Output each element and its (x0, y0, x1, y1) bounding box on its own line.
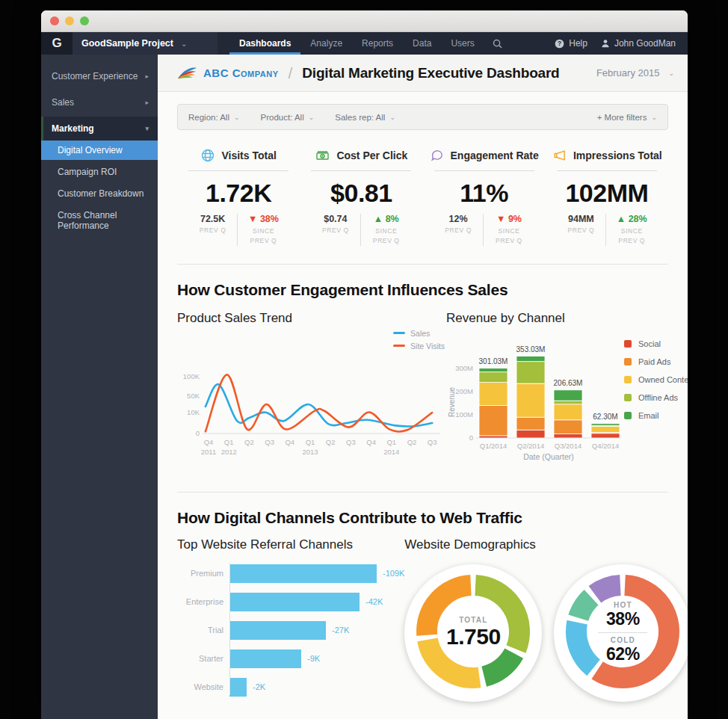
svg-text:0: 0 (469, 433, 473, 442)
referral-bar-row: Trial -27K (229, 621, 404, 640)
chart-title: Product Sales Trend (177, 311, 446, 326)
nav-data[interactable]: Data (403, 32, 441, 55)
kpi-value: 1.72K (206, 179, 271, 208)
svg-text:Q2: Q2 (326, 438, 336, 446)
kpi-delta: ▲ 8% (371, 214, 402, 224)
minimize-window-button[interactable] (65, 16, 74, 25)
svg-text:0: 0 (196, 429, 200, 437)
sidebar-item-customer-breakdown[interactable]: Customer Breakdown (41, 184, 158, 203)
referral-bar-row: Starter -9K (229, 649, 404, 668)
bar (229, 649, 301, 668)
legend-item: Owned Content (624, 375, 688, 384)
page-title: Digital Marketing Executive Dashboard (302, 65, 559, 81)
svg-text:Q1/2014: Q1/2014 (480, 442, 507, 450)
bar (229, 621, 326, 640)
nav-dashboards[interactable]: Dashboards (229, 32, 300, 55)
sales-rep-filter[interactable]: Sales rep: All⌄ (335, 113, 395, 122)
svg-text:Q2: Q2 (244, 438, 254, 446)
nav-reports[interactable]: Reports (352, 32, 403, 55)
bar-label: Enterprise (177, 597, 229, 606)
svg-text:206.63M: 206.63M (554, 378, 583, 386)
kpi-delta: ▼ 38% (247, 214, 279, 224)
sidebar-group-label: Marketing (52, 123, 94, 134)
chart-title: Top Website Referral Channels (177, 537, 404, 552)
app-logo-glyph: G (52, 36, 61, 51)
svg-text:2013: 2013 (302, 448, 318, 456)
bar-label: Premium (177, 569, 229, 578)
bar-value: -2K (253, 682, 265, 691)
svg-text:100K: 100K (183, 372, 200, 380)
period-selector[interactable]: February 2015 ⌄ (596, 67, 674, 78)
bar (229, 593, 360, 611)
help-button[interactable]: ? Help (555, 38, 587, 49)
filter-bar: Region: All⌄ Product: All⌄ Sales rep: Al… (177, 104, 668, 130)
revenue-by-channel-chart: Revenue by Channel 0100M200M300M301.03MQ… (446, 309, 688, 474)
search-icon[interactable] (484, 32, 510, 55)
user-icon (601, 39, 610, 48)
kpi-label: Impressions Total (573, 149, 662, 161)
sidebar-item-digital-overview[interactable]: Digital Overview (41, 141, 158, 160)
company-logo (177, 65, 197, 81)
sidebar-item-campaign-roi[interactable]: Campaign ROI (41, 162, 158, 182)
kpi-visits-total: Visits Total 1.72K 72.5KPREV Q ▼ 38%SINC… (177, 148, 300, 246)
chevron-right-icon: ▸ (145, 72, 149, 80)
svg-text:Q3/2014: Q3/2014 (555, 442, 582, 450)
sidebar-item-sales[interactable]: Sales ▸ (41, 90, 158, 114)
region-filter[interactable]: Region: All⌄ (188, 113, 240, 122)
sidebar-item-customer-experience[interactable]: Customer Experience ▸ (41, 64, 158, 88)
svg-text:Date (Quarter): Date (Quarter) (523, 452, 574, 461)
kpi-label: Cost Per Click (336, 149, 407, 161)
nav-analyze[interactable]: Analyze (300, 32, 352, 55)
megaphone-icon (552, 148, 567, 163)
referral-bar-row: Enterprise -42K (229, 593, 404, 611)
zoom-window-button[interactable] (80, 16, 89, 25)
svg-text:Q4: Q4 (204, 438, 214, 446)
horizontal-bar-chart: Premium -109K Enterprise -42K Trial -27K… (177, 564, 404, 697)
project-selector[interactable]: GoodSample Project ⌄ (73, 32, 218, 55)
svg-text:Revenue: Revenue (448, 386, 456, 416)
referral-bar-row: Website -2K (229, 678, 404, 697)
chevron-down-icon: ▾ (145, 125, 149, 132)
sidebar: Customer Experience ▸ Sales ▸ Marketing … (41, 55, 158, 719)
svg-text:Q1: Q1 (306, 438, 315, 446)
stacked-bar-chart: 0100M200M300M301.03MQ1/2014353.03MQ2/201… (446, 327, 624, 474)
main-panel: ABC Company / Digital Marketing Executiv… (158, 55, 688, 719)
kpi-delta: ▼ 9% (493, 214, 525, 224)
product-sales-trend-chart: Product Sales Trend SalesSite Visits 010… (177, 309, 446, 474)
website-demographics-chart: Website Demographics TOTAL 1.750 (404, 537, 688, 706)
app-window: G GoodSample Project ⌄ Dashboards Analyz… (41, 10, 688, 719)
bar-label: Website (177, 682, 229, 691)
bar-value: -27K (332, 626, 349, 635)
bar (229, 678, 247, 697)
app-logo[interactable]: G (41, 32, 73, 55)
line-chart-legend: SalesSite Visits (393, 329, 445, 351)
sidebar-group-label: Customer Experience (52, 71, 138, 81)
user-menu[interactable]: John GoodMan (601, 38, 676, 49)
bar-label: Starter (177, 654, 229, 663)
chevron-down-icon: ⌄ (234, 114, 240, 121)
nav-users[interactable]: Users (441, 32, 484, 55)
svg-text:50K: 50K (187, 392, 200, 400)
svg-text:300M: 300M (455, 364, 473, 372)
product-filter[interactable]: Product: All⌄ (261, 113, 315, 122)
chevron-down-icon: ⌄ (309, 114, 315, 121)
section-title-engagement: How Customer Engagement Influences Sales (177, 281, 668, 299)
more-filters-button[interactable]: + More filters⌄ (597, 113, 657, 122)
close-window-button[interactable] (50, 16, 59, 25)
help-label: Help (569, 38, 587, 49)
svg-text:?: ? (558, 40, 561, 47)
chevron-down-icon: ⌄ (668, 70, 674, 77)
company-name: ABC Company (203, 67, 278, 79)
kpi-value: $0.81 (330, 179, 392, 208)
svg-text:Q3: Q3 (346, 438, 356, 446)
sidebar-group-label: Sales (52, 97, 74, 108)
section-title-web-traffic: How Digital Channels Contribute to Web T… (177, 509, 668, 527)
main-nav: Dashboards Analyze Reports Data Users (229, 32, 510, 55)
dashboard-content: Region: All⌄ Product: All⌄ Sales rep: Al… (158, 92, 688, 719)
window-titlebar (41, 10, 688, 32)
sidebar-item-marketing[interactable]: Marketing ▾ (41, 117, 158, 141)
svg-text:Q4: Q4 (285, 438, 294, 446)
chart-title: Revenue by Channel (446, 311, 688, 326)
chevron-down-icon: ⌄ (181, 40, 187, 48)
sidebar-item-cross-channel-performance[interactable]: Cross Channel Performance (41, 206, 158, 235)
